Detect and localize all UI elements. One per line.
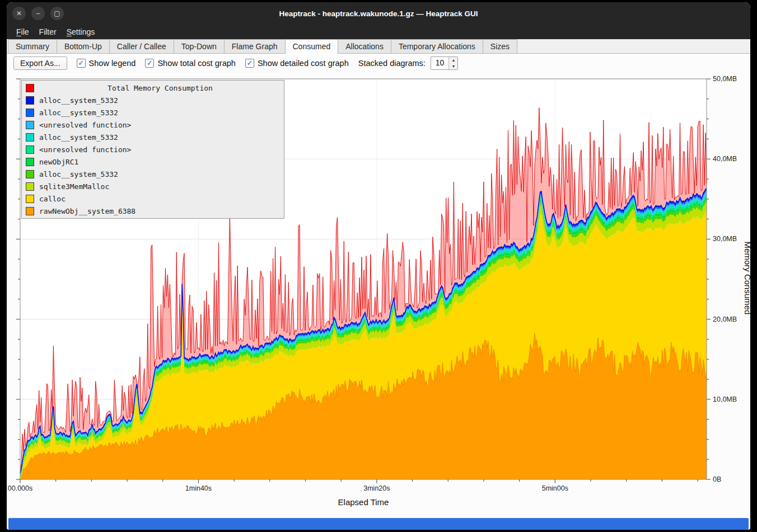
legend-title-row: Total Memory Consumption: [22, 82, 284, 94]
legend-item: calloc: [22, 192, 284, 205]
checkbox-label: Show detailed cost graph: [258, 59, 349, 68]
chart-region: 0B10,0MB20,0MB30,0MB40,0MB50,0MB00.000s1…: [7, 73, 750, 508]
y-tick-label: 0B: [713, 475, 721, 483]
y-tick-label: 40,0MB: [713, 155, 737, 163]
y-tick-label: 50,0MB: [713, 75, 737, 83]
legend-swatch: [26, 182, 34, 191]
legend-label: newObjRC1: [39, 158, 78, 166]
tab-top-down[interactable]: Top-Down: [174, 39, 225, 53]
tab-sizes[interactable]: Sizes: [483, 39, 517, 53]
y-tick-label: 30,0MB: [713, 235, 737, 243]
legend-swatch: [26, 96, 34, 105]
legend-label: alloc__system_5332: [39, 170, 118, 178]
legend-swatch: [26, 207, 34, 215]
checkbox-show-legend[interactable]: ✓Show legend: [77, 59, 136, 68]
window-titlebar: ✕ – ▢ Heaptrack - heaptrack.wakunode.1.g…: [7, 2, 750, 25]
export-as-button[interactable]: Export As...: [13, 57, 67, 70]
legend-label: alloc__system_5332: [39, 133, 118, 142]
tab-allocations[interactable]: Allocations: [338, 39, 391, 53]
spin-up-icon[interactable]: ▲: [449, 57, 457, 63]
x-axis-title: Elapsed Time: [338, 497, 389, 507]
spinbox-arrows: ▲ ▼: [448, 57, 457, 69]
stacked-diagrams-spinbox[interactable]: 10 ▲ ▼: [431, 57, 459, 70]
checkbox-group: ✓Show legend✓Show total cost graph✓Show …: [77, 59, 349, 68]
tab-bar: SummaryBottom-UpCaller / CalleeTop-DownF…: [7, 39, 750, 54]
close-icon: ✕: [16, 10, 22, 17]
minimize-icon: –: [36, 10, 40, 17]
legend-item: alloc__system_5332: [22, 131, 284, 143]
legend-item: alloc__system_5332: [22, 168, 284, 180]
menubar: FileFilterSettings: [7, 25, 750, 39]
legend-label: <unresolved function>: [39, 145, 131, 154]
spinbox-value[interactable]: 10: [431, 57, 449, 69]
legend-item: alloc__system_5332: [22, 94, 284, 106]
tab-caller-callee[interactable]: Caller / Callee: [109, 39, 174, 53]
close-button[interactable]: ✕: [12, 7, 26, 20]
legend-label: sqlite3MemMalloc: [39, 182, 109, 191]
legend-swatch: [26, 133, 34, 142]
legend-item: <unresolved function>: [22, 119, 284, 131]
checkbox-show-total-cost-graph[interactable]: ✓Show total cost graph: [145, 59, 235, 68]
checkbox-label: Show legend: [89, 59, 136, 68]
legend-item: rawNewObj__system_6388: [22, 205, 284, 217]
legend-label: rawNewObj__system_6388: [39, 207, 135, 215]
legend-swatch: [26, 158, 34, 166]
legend-swatch: [26, 121, 34, 129]
legend-item: <unresolved function>: [22, 143, 284, 156]
bottom-progress-strip: [8, 518, 749, 530]
checkbox-show-detailed-cost-graph[interactable]: ✓Show detailed cost graph: [245, 59, 349, 68]
tab-flame-graph[interactable]: Flame Graph: [224, 39, 286, 53]
legend-label: alloc__system_5332: [39, 96, 118, 105]
maximize-button[interactable]: ▢: [50, 7, 64, 20]
legend-swatch: [26, 195, 34, 203]
legend-label: alloc__system_5332: [39, 109, 118, 117]
legend-swatch: [26, 170, 34, 178]
menu-settings[interactable]: Settings: [62, 26, 100, 37]
legend-swatch: [26, 84, 34, 92]
app-window: ✕ – ▢ Heaptrack - heaptrack.wakunode.1.g…: [7, 2, 750, 530]
legend-item: sqlite3MemMalloc: [22, 180, 284, 192]
spin-down-icon[interactable]: ▼: [449, 63, 457, 69]
y-tick-label: 10,0MB: [713, 396, 737, 403]
legend-item: alloc__system_5332: [22, 106, 284, 119]
checkbox-icon[interactable]: ✓: [245, 59, 254, 68]
tab-bottom-up[interactable]: Bottom-Up: [57, 39, 110, 53]
y-axis-title: Memory Consumed: [743, 242, 750, 315]
chart-legend: Total Memory Consumptionalloc__system_53…: [21, 80, 284, 219]
y-tick-label: 20,0MB: [713, 316, 737, 323]
tab-consumed[interactable]: Consumed: [285, 39, 339, 54]
legend-swatch: [26, 109, 34, 117]
x-tick-label: 00.000s: [8, 484, 32, 492]
x-tick-label: 5min00s: [542, 484, 568, 492]
legend-swatch: [26, 145, 34, 154]
tab-temporary-allocations[interactable]: Temporary Allocations: [391, 39, 483, 53]
x-tick-label: 1min40s: [185, 484, 212, 492]
menu-file[interactable]: File: [11, 26, 34, 37]
window-controls: ✕ – ▢: [12, 7, 64, 20]
tab-summary[interactable]: Summary: [8, 39, 57, 53]
toolbar: Export As... ✓Show legend✓Show total cos…: [7, 54, 750, 73]
legend-title: Total Memory Consumption: [39, 84, 281, 92]
minimize-button[interactable]: –: [31, 7, 45, 20]
maximize-icon: ▢: [54, 10, 60, 17]
legend-label: <unresolved function>: [39, 121, 131, 129]
window-title: Heaptrack - heaptrack.wakunode.1.gz — He…: [7, 10, 750, 18]
checkbox-icon[interactable]: ✓: [77, 59, 86, 68]
x-tick-label: 3min20s: [363, 484, 390, 492]
stacked-diagrams-label: Stacked diagrams:: [358, 59, 426, 68]
legend-item: newObjRC1: [22, 156, 284, 168]
menu-filter[interactable]: Filter: [34, 26, 62, 37]
checkbox-icon[interactable]: ✓: [145, 59, 154, 68]
legend-label: calloc: [39, 195, 66, 203]
checkbox-label: Show total cost graph: [157, 59, 235, 68]
